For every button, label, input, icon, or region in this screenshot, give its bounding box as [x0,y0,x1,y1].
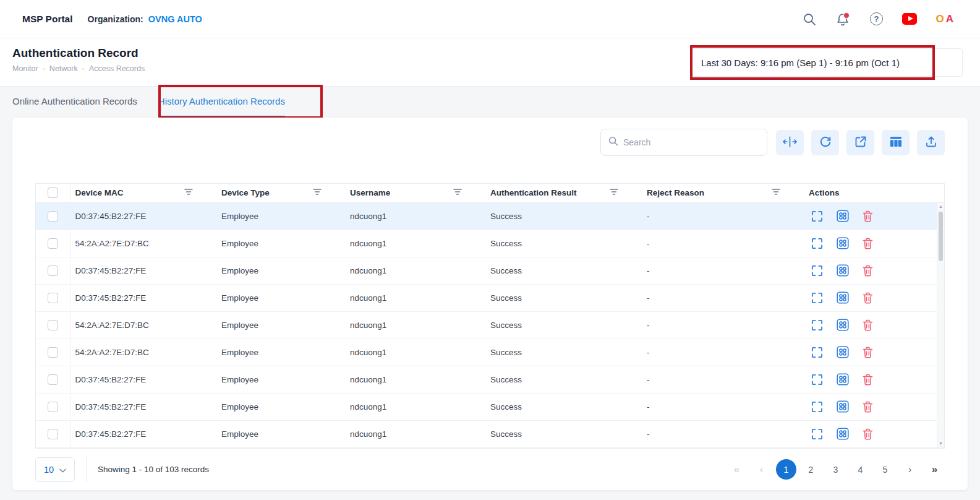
select-all-checkbox[interactable] [48,188,58,198]
row-checkbox[interactable] [48,293,58,303]
organization-selector[interactable]: Organization: OVNG AUTO [88,14,202,24]
row-checkbox[interactable] [48,374,58,385]
expand-record-icon[interactable] [811,238,823,249]
breadcrumb-network[interactable]: Network [49,64,78,73]
cell-device-mac: 54:2A:A2:7E:D7:BC [70,311,216,338]
delete-record-icon[interactable] [863,319,873,331]
scrollbar-thumb[interactable] [939,212,943,261]
pagination-page-button[interactable]: 2 [801,459,821,480]
table-scrollbar[interactable]: ▲ ▼ [937,203,944,447]
cell-device-type: Employee [216,338,345,366]
cell-device-type: Employee [216,311,345,338]
delete-record-icon[interactable] [863,292,873,304]
table-toolbar [12,118,968,156]
export-button[interactable] [917,130,945,155]
search-icon[interactable] [802,12,817,27]
table-row[interactable]: D0:37:45:B2:27:FE Employee ndcuong1 Succ… [36,202,944,230]
record-details-icon[interactable] [837,346,849,358]
pagination-page-button[interactable]: 3 [825,459,846,480]
avatar[interactable]: OA [935,13,955,25]
records-card: Device MAC Device Type Username Authenti… [12,118,968,490]
filter-icon[interactable] [184,188,193,197]
topbar: MSP Portal Organization: OVNG AUTO ? OA [0,0,980,38]
table-row[interactable]: D0:37:45:B2:27:FE Employee ndcuong1 Succ… [36,284,944,311]
pagination-page-button[interactable]: 1 [776,459,796,480]
tab-history-authentication-records[interactable]: History Authentication Records [158,87,285,118]
tab-online-authentication-records[interactable]: Online Authentication Records [12,87,137,118]
fit-columns-button[interactable] [776,130,804,155]
record-details-icon[interactable] [837,400,849,413]
table-row[interactable]: D0:37:45:B2:27:FE Employee ndcuong1 Succ… [36,393,944,420]
row-checkbox[interactable] [48,265,58,276]
record-details-icon[interactable] [837,428,849,440]
delete-record-icon[interactable] [863,238,873,249]
expand-record-icon[interactable] [811,428,823,440]
expand-record-icon[interactable] [811,374,823,386]
expand-record-icon[interactable] [811,347,823,358]
table-row[interactable]: 54:2A:A2:7E:D7:BC Employee ndcuong1 Succ… [36,311,944,338]
row-checkbox[interactable] [48,402,58,412]
cell-authentication-result: Success [485,202,642,230]
table-row[interactable]: D0:37:45:B2:27:FE Employee ndcuong1 Succ… [36,257,944,284]
filter-icon[interactable] [313,188,322,197]
cell-authentication-result: Success [485,366,642,393]
filter-icon[interactable] [772,188,780,197]
delete-record-icon[interactable] [863,428,873,440]
record-details-icon[interactable] [837,291,849,304]
pagination-page-button[interactable]: 5 [875,459,895,480]
date-range-picker[interactable]: Last 30 Days: 9:16 pm (Sep 1) - 9:16 pm … [692,48,963,77]
pagination-next-button[interactable]: › [900,459,920,480]
notifications-icon[interactable] [835,12,850,27]
columns-button[interactable] [882,130,910,155]
row-checkbox[interactable] [48,429,58,439]
record-details-icon[interactable] [837,210,849,222]
filter-icon[interactable] [610,188,618,197]
scrollbar-down-icon[interactable]: ▼ [937,440,944,447]
table-row[interactable]: 54:2A:A2:7E:D7:BC Employee ndcuong1 Succ… [36,230,944,257]
breadcrumb-monitor[interactable]: Monitor [12,64,38,73]
row-checkbox[interactable] [48,238,58,249]
record-details-icon[interactable] [837,319,849,331]
pagination-page-button[interactable]: 4 [850,459,871,480]
page-size-select[interactable]: 10 [35,457,75,482]
help-icon[interactable]: ? [869,12,884,27]
table-row[interactable]: D0:37:45:B2:27:FE Employee ndcuong1 Succ… [36,366,944,393]
breadcrumb-access-records[interactable]: Access Records [89,64,145,73]
records-summary: Showing 1 - 10 of 103 records [86,457,209,482]
pagination-prev-button[interactable]: ‹ [751,459,772,480]
fullscreen-button[interactable] [846,130,874,155]
cell-device-mac: D0:37:45:B2:27:FE [70,284,216,311]
expand-record-icon[interactable] [811,265,823,277]
record-details-icon[interactable] [837,237,849,249]
topbar-actions: ? OA [802,12,955,27]
cell-device-mac: D0:37:45:B2:27:FE [70,257,216,284]
delete-record-icon[interactable] [863,347,873,358]
delete-record-icon[interactable] [863,210,873,222]
table-row[interactable]: 54:2A:A2:7E:D7:BC Employee ndcuong1 Succ… [36,338,944,366]
delete-record-icon[interactable] [863,401,873,413]
expand-record-icon[interactable] [811,401,823,413]
filter-icon[interactable] [453,188,462,197]
expand-record-icon[interactable] [811,210,823,222]
search-input[interactable] [623,137,759,147]
row-checkbox[interactable] [48,347,58,358]
delete-record-icon[interactable] [863,374,873,386]
record-details-icon[interactable] [837,264,849,277]
record-details-icon[interactable] [837,373,849,386]
expand-record-icon[interactable] [811,319,823,331]
organization-value[interactable]: OVNG AUTO [148,14,202,24]
row-checkbox[interactable] [48,211,58,222]
pagination-first-button[interactable]: « [726,459,747,480]
delete-record-icon[interactable] [863,265,873,277]
refresh-button[interactable] [811,130,839,155]
column-header-device-type: Device Type [221,188,270,197]
pagination-last-button[interactable]: » [924,459,945,480]
table-row[interactable]: D0:37:45:B2:27:FE Employee ndcuong1 Succ… [36,420,944,447]
scrollbar-up-icon[interactable]: ▲ [937,203,944,210]
row-checkbox[interactable] [48,320,58,330]
cell-device-type: Employee [216,202,345,230]
chevron-down-icon [59,465,66,475]
table-header-row: Device MAC Device Type Username Authenti… [36,184,944,202]
expand-record-icon[interactable] [811,292,823,304]
youtube-icon[interactable] [902,12,917,27]
